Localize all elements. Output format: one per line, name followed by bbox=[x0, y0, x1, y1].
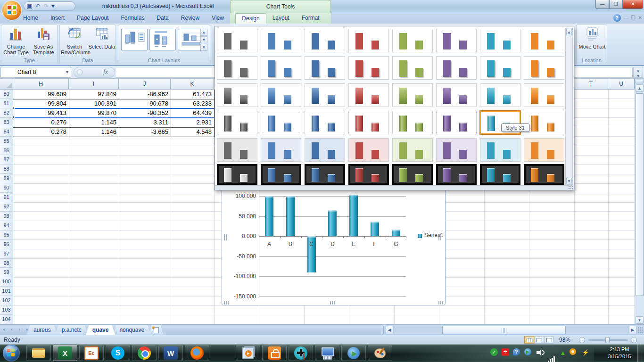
selection-handle[interactable] bbox=[223, 234, 227, 240]
chart-layouts-scroll-up-icon[interactable]: ▲ bbox=[200, 29, 207, 36]
vertical-split-handle[interactable] bbox=[636, 80, 644, 83]
scroll-down-icon[interactable]: ▼ bbox=[636, 316, 644, 324]
move-chart-button[interactable]: Move Chart bbox=[578, 27, 606, 49]
row-header-82[interactable]: 82 bbox=[0, 108, 13, 118]
row-header-97[interactable]: 97 bbox=[0, 249, 13, 259]
balloon-tray-icon[interactable]: ? bbox=[513, 348, 520, 355]
undo-icon[interactable]: ↶ bbox=[35, 3, 40, 9]
help-icon[interactable]: ? bbox=[613, 14, 621, 22]
start-button[interactable] bbox=[3, 345, 20, 362]
insert-worksheet-tab[interactable]: ✱ bbox=[149, 325, 164, 335]
row-header-99[interactable]: 99 bbox=[0, 268, 13, 277]
chart-style-swatch[interactable] bbox=[261, 29, 301, 52]
row-header-93[interactable]: 93 bbox=[0, 212, 13, 221]
tab-review[interactable]: Review bbox=[175, 13, 206, 24]
select-data-button[interactable]: Select Data bbox=[88, 27, 116, 49]
column-header-J[interactable]: J bbox=[119, 79, 171, 90]
cell[interactable]: 2.931 bbox=[171, 118, 214, 127]
skype-taskbar-button[interactable]: S bbox=[106, 345, 130, 361]
network-tray-icon[interactable] bbox=[547, 355, 556, 362]
tab-formulas[interactable]: Formulas bbox=[115, 13, 150, 24]
gallery-resize-bar[interactable] bbox=[215, 185, 574, 190]
expand-formula-bar-icon[interactable]: ▾▾ bbox=[633, 67, 643, 78]
insert-function-area[interactable]: fx bbox=[74, 67, 115, 78]
chart-style-swatch[interactable] bbox=[348, 138, 389, 162]
save-icon[interactable]: ▣ bbox=[27, 3, 32, 9]
selection-handle[interactable] bbox=[223, 301, 230, 304]
window-restore-button[interactable]: ❐ bbox=[609, 0, 623, 9]
cell[interactable]: -3.665 bbox=[119, 127, 171, 137]
cell[interactable]: 97.849 bbox=[69, 90, 119, 99]
tab-layout[interactable]: Layout bbox=[266, 13, 296, 24]
scroll-left-icon[interactable]: ◀ bbox=[386, 326, 393, 334]
chart-style-swatch[interactable] bbox=[436, 56, 477, 80]
row-header-96[interactable]: 96 bbox=[0, 240, 13, 249]
sheet-tab-aureus[interactable]: aureus bbox=[27, 325, 58, 335]
chart-style-swatch[interactable] bbox=[217, 83, 257, 107]
chart-style-swatch[interactable] bbox=[524, 164, 564, 185]
chart-style-swatch[interactable] bbox=[480, 83, 520, 107]
paint-taskbar-button[interactable] bbox=[368, 345, 392, 361]
cell[interactable]: 99.870 bbox=[69, 108, 119, 118]
tab-page-layout[interactable]: Page Layout bbox=[71, 13, 115, 24]
cell[interactable]: 1.145 bbox=[69, 118, 119, 127]
page-break-view-button[interactable] bbox=[544, 336, 554, 344]
row-header-89[interactable]: 89 bbox=[0, 174, 13, 183]
row-header-94[interactable]: 94 bbox=[0, 221, 13, 230]
scroll-right-icon[interactable]: ▶ bbox=[629, 326, 636, 334]
cell[interactable]: 4.548 bbox=[171, 127, 214, 137]
chart-style-swatch[interactable] bbox=[261, 83, 301, 107]
cell[interactable]: 64.439 bbox=[171, 108, 214, 118]
chart-style-swatch[interactable] bbox=[217, 164, 257, 185]
chart-style-swatch[interactable] bbox=[436, 138, 477, 162]
chart-style-swatch[interactable] bbox=[392, 29, 433, 52]
redo-icon[interactable]: ↷ bbox=[43, 3, 48, 9]
tab-format[interactable]: Format bbox=[296, 13, 326, 24]
media-taskbar-button[interactable] bbox=[236, 345, 260, 361]
chart-style-swatch[interactable] bbox=[480, 29, 520, 52]
tab-data[interactable]: Data bbox=[150, 13, 174, 24]
office-button[interactable] bbox=[2, 1, 21, 20]
tab-view[interactable]: View bbox=[206, 13, 230, 24]
chart-style-swatch[interactable] bbox=[305, 111, 345, 134]
chrome-taskbar-button[interactable] bbox=[132, 345, 157, 361]
chart-style-swatch[interactable] bbox=[392, 83, 433, 107]
cell[interactable]: -86.962 bbox=[119, 90, 171, 99]
tab-split-handle[interactable] bbox=[381, 326, 384, 334]
powerpoint-taskbar-button[interactable]: Ec bbox=[79, 345, 104, 361]
chart-style-swatch[interactable] bbox=[217, 138, 257, 162]
insert-function-icon[interactable]: fx bbox=[103, 68, 108, 76]
chart-style-swatch[interactable] bbox=[524, 83, 564, 107]
workbook-restore-button[interactable]: ❐ bbox=[631, 14, 636, 22]
cell[interactable]: 3.311 bbox=[119, 118, 171, 127]
smadav-taskbar-button[interactable] bbox=[289, 345, 313, 361]
row-header-80[interactable]: 80 bbox=[0, 90, 13, 99]
name-box[interactable]: Chart 8 bbox=[0, 67, 71, 78]
firefox-taskbar-button[interactable] bbox=[185, 345, 209, 361]
chart-style-swatch[interactable] bbox=[261, 111, 301, 134]
idmtray-tray-icon[interactable] bbox=[524, 348, 531, 355]
explorer-taskbar-button[interactable] bbox=[26, 345, 51, 361]
tab-insert[interactable]: Insert bbox=[44, 13, 71, 24]
chart-style-swatch[interactable] bbox=[217, 29, 257, 52]
connectify-taskbar-button[interactable] bbox=[262, 345, 287, 361]
workbook-close-button[interactable]: ✕ bbox=[638, 14, 642, 22]
show-desktop-button[interactable] bbox=[637, 344, 644, 362]
switch-row-column-button[interactable]: Switch Row/Column bbox=[61, 27, 88, 55]
comodo-tray-icon[interactable] bbox=[570, 348, 576, 355]
cell[interactable]: 0.276 bbox=[13, 118, 69, 127]
column-header-T[interactable]: T bbox=[574, 79, 608, 90]
vertical-scrollbar[interactable]: ▲ ▼ bbox=[635, 79, 644, 324]
chart-style-swatch[interactable] bbox=[305, 138, 345, 162]
cell[interactable]: 100.391 bbox=[69, 99, 119, 108]
select-all-corner[interactable] bbox=[0, 79, 13, 90]
idm-taskbar-button[interactable] bbox=[341, 345, 366, 361]
row-header-103[interactable]: 103 bbox=[0, 305, 13, 315]
zoom-slider-handle[interactable] bbox=[605, 337, 610, 343]
chart-style-swatch[interactable] bbox=[348, 29, 389, 52]
range-handle[interactable] bbox=[12, 107, 15, 109]
row-header-100[interactable]: 100 bbox=[0, 277, 13, 287]
taskbar-clock[interactable]: 2:13 PM 3/15/2015 bbox=[603, 346, 636, 360]
window-minimize-button[interactable]: — bbox=[595, 0, 609, 9]
cell[interactable]: 99.804 bbox=[13, 99, 69, 108]
